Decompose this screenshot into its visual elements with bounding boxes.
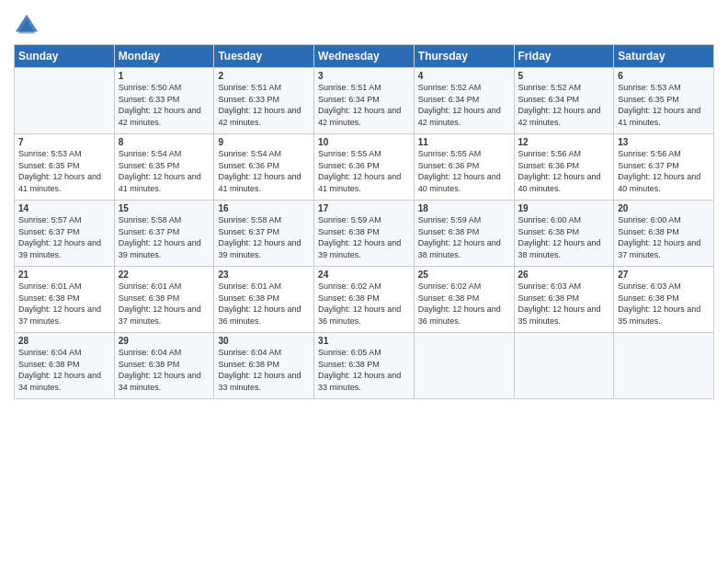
day-info: Sunrise: 6:05 AM Sunset: 6:38 PM Dayligh… [318,347,410,393]
calendar-cell: 2Sunrise: 5:51 AM Sunset: 6:33 PM Daylig… [214,68,314,134]
calendar-cell: 19Sunrise: 6:00 AM Sunset: 6:38 PM Dayli… [514,201,614,267]
day-number: 12 [518,137,610,147]
day-number: 13 [618,137,710,147]
calendar-cell: 28Sunrise: 6:04 AM Sunset: 6:38 PM Dayli… [15,333,115,399]
calendar-table: SundayMondayTuesdayWednesdayThursdayFrid… [14,44,714,399]
day-info: Sunrise: 5:56 AM Sunset: 6:37 PM Dayligh… [618,148,710,194]
day-info: Sunrise: 5:57 AM Sunset: 6:37 PM Dayligh… [18,214,110,260]
day-info: Sunrise: 6:00 AM Sunset: 6:38 PM Dayligh… [618,214,710,260]
calendar-cell: 30Sunrise: 6:04 AM Sunset: 6:38 PM Dayli… [214,333,314,399]
calendar-cell: 10Sunrise: 5:55 AM Sunset: 6:36 PM Dayli… [314,134,415,201]
day-info: Sunrise: 6:04 AM Sunset: 6:38 PM Dayligh… [218,347,310,393]
day-info: Sunrise: 6:00 AM Sunset: 6:38 PM Dayligh… [518,214,610,260]
day-info: Sunrise: 6:02 AM Sunset: 6:38 PM Dayligh… [418,281,510,327]
calendar-cell [414,333,514,399]
header-row: SundayMondayTuesdayWednesdayThursdayFrid… [15,45,714,68]
calendar-cell: 4Sunrise: 5:52 AM Sunset: 6:34 PM Daylig… [414,68,514,134]
calendar-cell: 25Sunrise: 6:02 AM Sunset: 6:38 PM Dayli… [414,267,514,333]
day-info: Sunrise: 6:04 AM Sunset: 6:38 PM Dayligh… [18,347,110,393]
calendar-cell: 15Sunrise: 5:58 AM Sunset: 6:37 PM Dayli… [114,201,214,267]
calendar-cell: 18Sunrise: 5:59 AM Sunset: 6:38 PM Dayli… [414,201,514,267]
day-number: 3 [318,71,410,81]
day-number: 6 [618,71,710,81]
calendar-cell: 9Sunrise: 5:54 AM Sunset: 6:36 PM Daylig… [214,134,314,201]
header-cell-wednesday: Wednesday [314,45,415,68]
day-info: Sunrise: 6:04 AM Sunset: 6:38 PM Dayligh… [119,347,210,393]
header-cell-sunday: Sunday [15,45,115,68]
day-info: Sunrise: 5:55 AM Sunset: 6:36 PM Dayligh… [318,148,410,194]
calendar-cell: 16Sunrise: 5:58 AM Sunset: 6:37 PM Dayli… [214,201,314,267]
calendar-cell [514,333,614,399]
day-info: Sunrise: 5:52 AM Sunset: 6:34 PM Dayligh… [418,82,510,128]
header-cell-tuesday: Tuesday [214,45,314,68]
header-cell-saturday: Saturday [614,45,714,68]
day-number: 23 [218,270,310,280]
calendar-cell: 23Sunrise: 6:01 AM Sunset: 6:38 PM Dayli… [214,267,314,333]
day-info: Sunrise: 6:03 AM Sunset: 6:38 PM Dayligh… [518,281,610,327]
day-number: 5 [518,71,610,81]
day-number: 15 [119,203,210,213]
day-number: 24 [318,270,410,280]
day-number: 18 [418,203,510,213]
calendar-cell: 13Sunrise: 5:56 AM Sunset: 6:37 PM Dayli… [614,134,714,201]
header-cell-friday: Friday [514,45,614,68]
week-row-1: 1Sunrise: 5:50 AM Sunset: 6:33 PM Daylig… [15,68,714,134]
calendar-cell: 27Sunrise: 6:03 AM Sunset: 6:38 PM Dayli… [614,267,714,333]
calendar-cell: 17Sunrise: 5:59 AM Sunset: 6:38 PM Dayli… [314,201,415,267]
calendar-cell: 12Sunrise: 5:56 AM Sunset: 6:36 PM Dayli… [514,134,614,201]
day-info: Sunrise: 5:51 AM Sunset: 6:33 PM Dayligh… [218,82,310,128]
day-number: 29 [119,336,210,346]
calendar-cell: 24Sunrise: 6:02 AM Sunset: 6:38 PM Dayli… [314,267,415,333]
day-info: Sunrise: 6:02 AM Sunset: 6:38 PM Dayligh… [318,281,410,327]
day-number: 26 [518,270,610,280]
day-number: 9 [218,137,310,147]
calendar-cell: 14Sunrise: 5:57 AM Sunset: 6:37 PM Dayli… [15,201,115,267]
page: SundayMondayTuesdayWednesdayThursdayFrid… [0,0,728,563]
calendar-cell: 11Sunrise: 5:55 AM Sunset: 6:36 PM Dayli… [414,134,514,201]
day-info: Sunrise: 5:51 AM Sunset: 6:34 PM Dayligh… [318,82,410,128]
calendar-cell [614,333,714,399]
week-row-4: 21Sunrise: 6:01 AM Sunset: 6:38 PM Dayli… [15,267,714,333]
day-info: Sunrise: 5:59 AM Sunset: 6:38 PM Dayligh… [318,214,410,260]
calendar-cell: 26Sunrise: 6:03 AM Sunset: 6:38 PM Dayli… [514,267,614,333]
day-number: 27 [618,270,710,280]
day-number: 22 [119,270,210,280]
day-number: 17 [318,203,410,213]
day-info: Sunrise: 6:01 AM Sunset: 6:38 PM Dayligh… [119,281,210,327]
day-info: Sunrise: 6:01 AM Sunset: 6:38 PM Dayligh… [18,281,110,327]
day-number: 28 [18,336,110,346]
header-cell-monday: Monday [114,45,214,68]
day-info: Sunrise: 6:01 AM Sunset: 6:38 PM Dayligh… [218,281,310,327]
day-info: Sunrise: 5:58 AM Sunset: 6:37 PM Dayligh… [218,214,310,260]
calendar-cell: 6Sunrise: 5:53 AM Sunset: 6:35 PM Daylig… [614,68,714,134]
calendar-cell: 7Sunrise: 5:53 AM Sunset: 6:35 PM Daylig… [15,134,115,201]
day-number: 14 [18,203,110,213]
day-number: 19 [518,203,610,213]
day-info: Sunrise: 5:56 AM Sunset: 6:36 PM Dayligh… [518,148,610,194]
day-info: Sunrise: 5:55 AM Sunset: 6:36 PM Dayligh… [418,148,510,194]
calendar-cell: 8Sunrise: 5:54 AM Sunset: 6:35 PM Daylig… [114,134,214,201]
day-number: 1 [119,71,210,81]
day-number: 21 [18,270,110,280]
day-number: 31 [318,336,410,346]
calendar-cell [15,68,115,134]
day-info: Sunrise: 5:54 AM Sunset: 6:36 PM Dayligh… [218,148,310,194]
week-row-2: 7Sunrise: 5:53 AM Sunset: 6:35 PM Daylig… [15,134,714,201]
day-info: Sunrise: 5:52 AM Sunset: 6:34 PM Dayligh… [518,82,610,128]
day-number: 30 [218,336,310,346]
day-number: 2 [218,71,310,81]
calendar-cell: 20Sunrise: 6:00 AM Sunset: 6:38 PM Dayli… [614,201,714,267]
day-info: Sunrise: 5:59 AM Sunset: 6:38 PM Dayligh… [418,214,510,260]
day-number: 16 [218,203,310,213]
day-number: 20 [618,203,710,213]
week-row-5: 28Sunrise: 6:04 AM Sunset: 6:38 PM Dayli… [15,333,714,399]
logo [14,13,41,39]
calendar-cell: 5Sunrise: 5:52 AM Sunset: 6:34 PM Daylig… [514,68,614,134]
day-number: 4 [418,71,510,81]
calendar-cell: 21Sunrise: 6:01 AM Sunset: 6:38 PM Dayli… [15,267,115,333]
day-number: 7 [18,137,110,147]
calendar-body: 1Sunrise: 5:50 AM Sunset: 6:33 PM Daylig… [15,68,714,399]
day-number: 10 [318,137,410,147]
day-info: Sunrise: 5:53 AM Sunset: 6:35 PM Dayligh… [618,82,710,128]
calendar-header: SundayMondayTuesdayWednesdayThursdayFrid… [15,45,714,68]
